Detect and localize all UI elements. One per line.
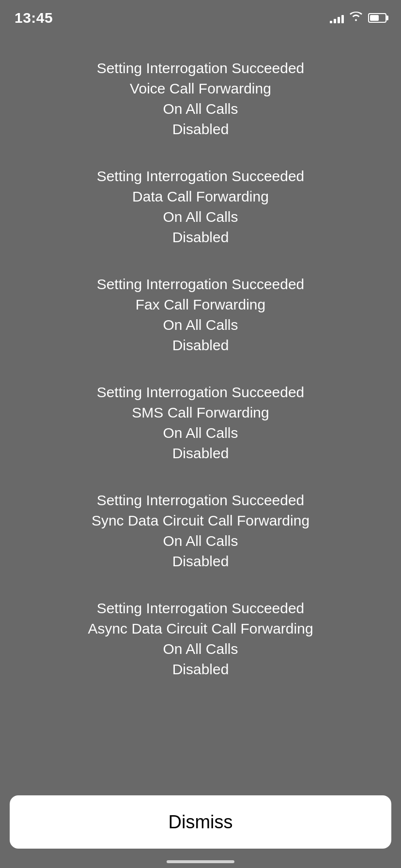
entry-data-line-2: On All Calls xyxy=(163,207,238,227)
entry-group-async: Setting Interrogation SucceededAsync Dat… xyxy=(88,598,313,680)
entry-fax-line-1: Fax Call Forwarding xyxy=(136,294,265,315)
entry-sms-line-0: Setting Interrogation Succeeded xyxy=(97,382,305,403)
signal-icon xyxy=(330,13,344,23)
entry-group-voice: Setting Interrogation SucceededVoice Cal… xyxy=(97,58,305,140)
home-indicator xyxy=(167,860,234,863)
entry-async-line-0: Setting Interrogation Succeeded xyxy=(97,598,305,619)
dismiss-button[interactable]: Dismiss xyxy=(10,795,391,849)
entry-sync-line-0: Setting Interrogation Succeeded xyxy=(97,490,305,511)
entry-group-sms: Setting Interrogation SucceededSMS Call … xyxy=(97,382,305,464)
status-icons xyxy=(330,12,386,24)
status-bar: 13:45 xyxy=(0,0,401,29)
entry-fax-line-2: On All Calls xyxy=(163,315,238,335)
entry-voice-line-0: Setting Interrogation Succeeded xyxy=(97,58,305,78)
entry-group-fax: Setting Interrogation SucceededFax Call … xyxy=(97,274,305,356)
entry-group-sync: Setting Interrogation SucceededSync Data… xyxy=(92,490,309,572)
status-time: 13:45 xyxy=(15,10,53,26)
main-content: Setting Interrogation SucceededVoice Cal… xyxy=(0,29,401,716)
entry-voice-line-1: Voice Call Forwarding xyxy=(130,78,271,99)
entry-async-line-2: On All Calls xyxy=(163,639,238,659)
entry-data-line-3: Disabled xyxy=(172,227,229,248)
wifi-icon xyxy=(350,12,362,24)
battery-icon xyxy=(368,13,386,23)
entry-sms-line-3: Disabled xyxy=(172,443,229,464)
entry-sms-line-2: On All Calls xyxy=(163,423,238,443)
entry-voice-line-2: On All Calls xyxy=(163,99,238,119)
entry-async-line-3: Disabled xyxy=(172,659,229,680)
entry-group-data: Setting Interrogation SucceededData Call… xyxy=(97,166,305,248)
entry-sync-line-2: On All Calls xyxy=(163,531,238,551)
entry-sync-line-3: Disabled xyxy=(172,551,229,572)
entry-async-line-1: Async Data Circuit Call Forwarding xyxy=(88,619,313,639)
entry-fax-line-3: Disabled xyxy=(172,335,229,356)
entry-voice-line-3: Disabled xyxy=(172,119,229,140)
entry-data-line-0: Setting Interrogation Succeeded xyxy=(97,166,305,186)
entry-data-line-1: Data Call Forwarding xyxy=(132,186,269,207)
entry-fax-line-0: Setting Interrogation Succeeded xyxy=(97,274,305,294)
entry-sync-line-1: Sync Data Circuit Call Forwarding xyxy=(92,511,309,531)
dismiss-container: Dismiss xyxy=(10,795,391,849)
entry-sms-line-1: SMS Call Forwarding xyxy=(132,403,269,423)
